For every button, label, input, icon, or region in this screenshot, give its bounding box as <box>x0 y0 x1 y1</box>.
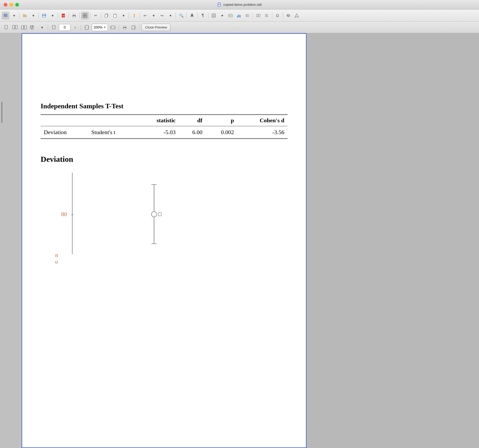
svg-rect-52 <box>52 25 55 29</box>
special-chars-button[interactable]: Ω <box>274 12 281 20</box>
format-list-icon <box>3 13 8 18</box>
close-window-button[interactable] <box>4 3 7 7</box>
view-options-button[interactable] <box>29 23 37 31</box>
minimize-window-button[interactable] <box>9 3 13 7</box>
link-icon <box>286 14 291 17</box>
svg-rect-83 <box>158 213 161 216</box>
table-dropdown[interactable]: ▾ <box>218 12 226 20</box>
row-statistic: -5.03 <box>138 126 179 139</box>
view-options-dropdown[interactable]: ▾ <box>38 23 46 31</box>
svg-rect-13 <box>73 14 75 15</box>
svg-rect-43 <box>5 25 7 29</box>
format-painter-icon <box>132 13 136 18</box>
view-options-icon <box>30 25 36 30</box>
next-page-button[interactable]: › <box>71 24 79 31</box>
format-list-button[interactable] <box>2 12 9 20</box>
sep15 <box>272 13 272 18</box>
svg-rect-6 <box>4 16 7 17</box>
sep4 <box>69 13 69 18</box>
svg-rect-50 <box>31 26 33 29</box>
svg-rect-31 <box>237 16 238 17</box>
fit-page-button[interactable] <box>83 23 91 31</box>
svg-rect-24 <box>212 14 215 17</box>
fit-width-button[interactable] <box>109 23 117 31</box>
font-size-button[interactable]: A <box>188 12 196 20</box>
print-preview-button[interactable] <box>121 23 129 31</box>
two-page-button[interactable] <box>11 23 19 31</box>
single-page-button[interactable] <box>2 23 10 31</box>
sep1 <box>19 13 20 18</box>
svg-text:n: n <box>55 252 58 258</box>
align-icon <box>265 13 269 18</box>
page-number-input[interactable]: 0 <box>59 24 70 31</box>
redo-dropdown[interactable]: ▾ <box>166 12 174 20</box>
image-button[interactable] <box>227 12 234 20</box>
close-preview-button[interactable]: Close Preview <box>142 24 170 31</box>
open-button[interactable] <box>21 12 29 20</box>
svg-rect-56 <box>85 25 88 30</box>
format-painter-button[interactable] <box>130 12 138 20</box>
save-button[interactable] <box>40 12 48 20</box>
preview-button[interactable] <box>81 12 89 20</box>
align-button[interactable] <box>263 12 271 20</box>
book-view-button[interactable] <box>20 23 28 31</box>
sep2 <box>39 13 39 18</box>
redo-button[interactable]: ↪ <box>158 12 166 20</box>
main-toolbar: ▾ ▾ ▾ PDF <box>0 9 479 22</box>
single-page-icon <box>4 25 8 30</box>
row-col1: Deviation <box>41 126 88 139</box>
table-header-row: statistic df p Cohen's d <box>41 115 288 126</box>
undo-dropdown[interactable]: ▾ <box>150 12 157 20</box>
open-icon <box>23 13 27 18</box>
chart-icon <box>237 13 241 18</box>
content-area: Independent Samples T-Test statistic df … <box>0 33 479 448</box>
header-col2 <box>88 115 138 126</box>
save-dropdown[interactable]: ▾ <box>49 12 56 20</box>
row-col2: Student's t <box>88 126 138 139</box>
columns-button[interactable] <box>254 12 262 20</box>
export-pdf-button[interactable]: PDF <box>59 12 67 20</box>
svg-rect-45 <box>15 25 17 29</box>
chart-button[interactable] <box>235 12 243 20</box>
undo-button[interactable]: ↩ <box>141 12 149 20</box>
document-content: Independent Samples T-Test statistic df … <box>41 50 288 265</box>
nonprinting-button[interactable]: ¶ <box>199 12 207 20</box>
svg-rect-8 <box>43 14 45 15</box>
link-button[interactable] <box>284 12 292 20</box>
svg-point-82 <box>151 212 157 217</box>
svg-rect-5 <box>4 15 7 16</box>
sep11 <box>186 13 187 18</box>
sep7 <box>101 13 101 18</box>
chart-container: 80 n o <box>41 170 252 265</box>
table-button[interactable] <box>210 12 218 20</box>
copy-icon <box>104 13 109 18</box>
cut-button[interactable]: ✂ <box>92 12 100 20</box>
svg-rect-33 <box>240 15 241 17</box>
maximize-window-button[interactable] <box>15 3 19 7</box>
paste-button[interactable] <box>111 12 119 20</box>
two-page-icon <box>12 25 18 30</box>
document-icon <box>217 3 222 7</box>
dropdown-arrow-1[interactable]: ▾ <box>10 12 18 20</box>
navigator-button[interactable] <box>293 12 301 20</box>
svg-marker-22 <box>133 14 135 16</box>
print-preview-icon <box>123 25 127 30</box>
textbox-button[interactable]: T <box>243 12 251 20</box>
print-button[interactable] <box>70 12 78 20</box>
open-dropdown[interactable]: ▾ <box>29 12 37 20</box>
deviation-section: Deviation 80 n o <box>41 155 288 265</box>
zoom-select[interactable]: 200% ▼ <box>92 24 108 31</box>
page-setup-button[interactable] <box>130 23 138 31</box>
svg-rect-44 <box>13 25 15 29</box>
sep8 <box>129 13 129 18</box>
svg-rect-4 <box>4 14 7 14</box>
preview-toolbar: ▾ 0 › 200% ▼ <box>0 22 479 33</box>
paste-dropdown[interactable]: ▾ <box>119 12 127 20</box>
svg-marker-42 <box>295 14 299 17</box>
left-panel <box>0 33 22 448</box>
row-cohens-d: -3.56 <box>237 126 288 139</box>
copy-button[interactable] <box>103 12 111 20</box>
header-cohens-d: Cohen's d <box>237 115 288 126</box>
find-button[interactable]: 🔍 <box>177 12 185 20</box>
image-icon <box>228 13 233 18</box>
